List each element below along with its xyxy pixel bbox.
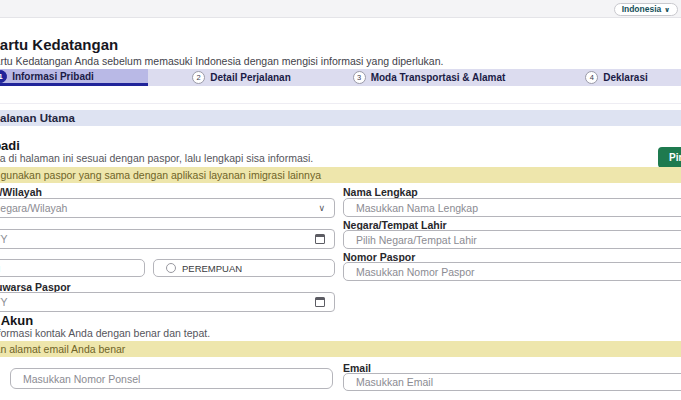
- language-selector-button[interactable]: Indonesia ∨: [614, 3, 678, 16]
- chevron-down-icon: ∨: [318, 203, 325, 213]
- step-number-badge: 1: [0, 70, 7, 83]
- tab-moda-transportasi-alamat[interactable]: 3 Moda Transportasi & Alamat: [335, 69, 523, 86]
- nationality-label: Kewarganegaraan/Wilayah: [0, 186, 42, 198]
- phone-number-input[interactable]: [10, 368, 333, 389]
- step-number-badge: 2: [192, 71, 205, 84]
- tab-deklarasi[interactable]: 4 Deklarasi: [523, 69, 681, 86]
- tab-label: Moda Transportasi & Alamat: [371, 72, 506, 83]
- step-number-badge: 3: [353, 71, 366, 84]
- radio-icon: [166, 263, 176, 273]
- step-number-badge: 4: [585, 71, 598, 84]
- passport-expiry-input[interactable]: DD/MM/YYYY: [0, 292, 335, 312]
- full-name-input[interactable]: [343, 198, 681, 217]
- tab-informasi-pribadi[interactable]: 1 Informasi Pribadi: [0, 69, 148, 86]
- calendar-icon: [315, 234, 325, 244]
- tab-label: Deklarasi: [603, 72, 647, 83]
- tab-label: Informasi Pribadi: [12, 71, 94, 82]
- step-tab-bar: 1 Informasi Pribadi 2 Detail Perjalanan …: [0, 69, 681, 86]
- chevron-down-icon: ∨: [664, 4, 670, 15]
- language-label: Indonesia: [622, 4, 662, 15]
- tab-detail-perjalanan[interactable]: 2 Detail Perjalanan: [148, 69, 335, 86]
- arrival-card-page: Indonesia ∨ Kartu Kedatangan Lengkapi Ka…: [0, 0, 681, 400]
- top-bar: Indonesia ∨: [0, 0, 681, 18]
- personal-data-heading: Data Pribadi: [0, 138, 20, 153]
- gender-option-female[interactable]: PEREMPUAN: [153, 259, 335, 277]
- personal-data-description: Pastikan data di halaman ini sesuai deng…: [0, 152, 313, 164]
- divider: [0, 103, 681, 104]
- tab-label: Detail Perjalanan: [210, 72, 291, 83]
- email-warning-banner: Pastikan alamat email Anda benar: [0, 341, 681, 357]
- passport-warning-banner: Harap gunakan paspor yang sama dengan ap…: [0, 167, 681, 183]
- account-heading: Informasi Akun: [0, 313, 33, 328]
- birth-place-select[interactable]: [343, 230, 681, 249]
- scan-passport-button[interactable]: Pindai Paspor: [658, 147, 681, 168]
- email-input[interactable]: [343, 373, 681, 391]
- section-header-main-traveler: Pelaku Perjalanan Utama: [0, 110, 681, 126]
- account-description: Isi informasi kontak Anda dengan benar d…: [0, 327, 210, 339]
- gender-option-male[interactable]: LAKI-LAKI: [0, 259, 145, 277]
- page-title: Kartu Kedatangan: [0, 36, 118, 53]
- page-subtitle: Lengkapi Kartu Kedatangan Anda sebelum m…: [0, 55, 443, 67]
- nationality-select[interactable]: Pilih Negara/Wilayah ∨: [0, 198, 335, 218]
- full-name-label: Nama Lengkap: [343, 186, 418, 198]
- calendar-icon: [315, 297, 325, 307]
- birth-date-input[interactable]: DD/MM/YYYY: [0, 229, 335, 249]
- passport-number-input[interactable]: [343, 262, 681, 281]
